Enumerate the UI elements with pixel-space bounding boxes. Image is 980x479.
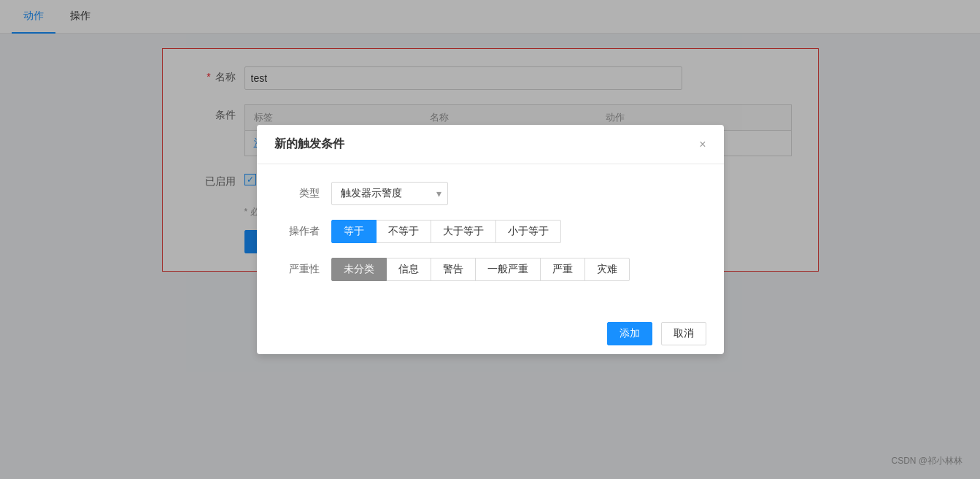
operator-row: 操作者 等于 不等于 大于等于 小于等于	[280, 220, 701, 243]
modal-overlay: 新的触发条件 × 类型 触发器示警度 操作者 等于 不等于 大于等于	[0, 0, 980, 479]
modal-title: 新的触发条件	[274, 137, 344, 152]
severity-btn-2[interactable]: 警告	[431, 258, 476, 281]
modal-cancel-button[interactable]: 取消	[661, 322, 706, 345]
severity-btn-0[interactable]: 未分类	[331, 258, 387, 281]
operator-label: 操作者	[280, 225, 331, 238]
severity-btn-5[interactable]: 灾难	[584, 258, 630, 281]
modal-dialog: 新的触发条件 × 类型 触发器示警度 操作者 等于 不等于 大于等于	[257, 125, 724, 354]
severity-btn-group: 未分类 信息 警告 一般严重 严重 灾难	[331, 258, 630, 281]
operator-btn-2[interactable]: 大于等于	[431, 220, 496, 243]
type-select[interactable]: 触发器示警度	[331, 182, 448, 205]
severity-btn-4[interactable]: 严重	[540, 258, 585, 281]
modal-footer: 添加 取消	[257, 313, 724, 354]
operator-btn-3[interactable]: 小于等于	[495, 220, 561, 243]
severity-btn-1[interactable]: 信息	[386, 258, 431, 281]
type-select-wrapper: 触发器示警度	[331, 182, 448, 205]
modal-header: 新的触发条件 ×	[257, 125, 724, 164]
operator-btn-0[interactable]: 等于	[331, 220, 377, 243]
modal-body: 类型 触发器示警度 操作者 等于 不等于 大于等于 小于等于	[257, 164, 724, 313]
operator-btn-1[interactable]: 不等于	[376, 220, 431, 243]
severity-btn-3[interactable]: 一般严重	[475, 258, 541, 281]
operator-btn-group: 等于 不等于 大于等于 小于等于	[331, 220, 561, 243]
type-row: 类型 触发器示警度	[280, 182, 701, 205]
severity-label: 严重性	[280, 263, 331, 276]
modal-add-button[interactable]: 添加	[607, 322, 652, 345]
severity-row: 严重性 未分类 信息 警告 一般严重 严重 灾难	[280, 258, 701, 281]
modal-close-button[interactable]: ×	[699, 139, 706, 150]
type-label: 类型	[280, 187, 331, 200]
